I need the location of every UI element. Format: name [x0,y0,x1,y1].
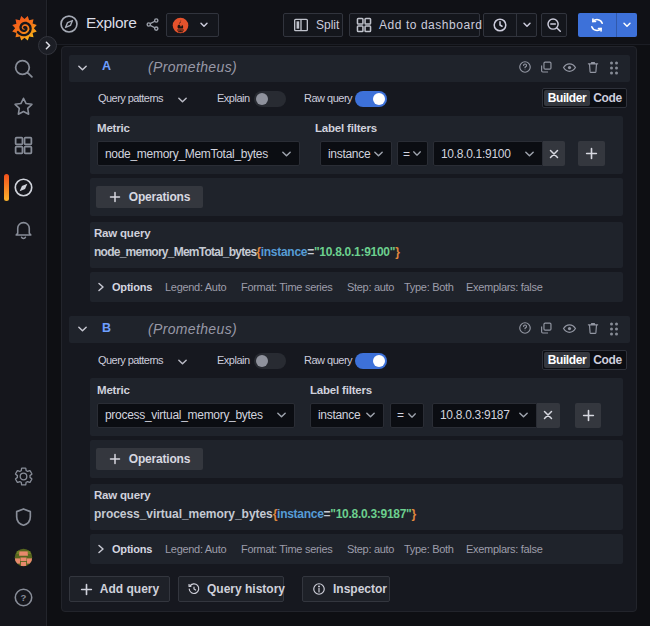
svg-text:?: ? [21,592,27,603]
